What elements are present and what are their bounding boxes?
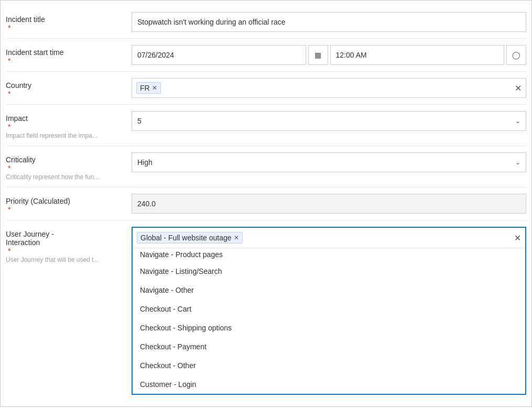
time-input[interactable] [330,45,505,65]
user-journey-input-col: Global - Full website outage ✕ ✕ Navigat… [132,227,526,395]
user-journey-sub-label: User Journey that will be used t... [6,256,121,263]
option-label: Checkout - Shipping options [140,324,232,332]
criticality-sub-label: Criticality represent how the fun... [6,173,121,181]
list-item[interactable]: Navigate - Product pages [133,248,525,262]
impact-input-col: 5 ⌄ [132,111,526,131]
calendar-icon-button[interactable]: ▦ [308,45,328,65]
criticality-row: Criticality * Criticality represent how … [6,146,526,187]
incident-title-input-col [132,12,526,32]
clock-icon: ◯ [512,51,520,59]
priority-input-col [132,194,526,214]
user-journey-tag-row: Global - Full website outage ✕ ✕ [133,228,525,248]
option-label: Checkout - Other [140,361,196,370]
list-item[interactable]: Checkout - Shipping options [133,318,525,337]
impact-label: Impact [6,114,126,123]
country-label: Country [6,81,126,90]
criticality-select-value: High [137,158,515,167]
option-label: Customer - Login [140,380,196,389]
user-journey-row: User Journey -Interaction * User Journey… [6,220,526,401]
list-item[interactable]: Checkout - Payment [133,337,525,356]
user-journey-container: Global - Full website outage ✕ ✕ Navigat… [132,227,526,395]
criticality-label: Criticality [6,156,126,164]
list-item[interactable]: Checkout - Other [133,356,525,375]
user-journey-search-input[interactable] [245,234,512,242]
impact-required: * [8,123,10,131]
user-journey-tag: Global - Full website outage ✕ [137,232,243,244]
incident-start-time-required: * [8,57,10,65]
country-tag-fr: FR ✕ [136,82,161,94]
priority-required: * [8,205,10,214]
date-input[interactable] [132,45,306,65]
user-journey-clear-all[interactable]: ✕ [514,233,521,243]
incident-title-required: * [8,24,10,32]
country-tag-value: FR [140,84,150,92]
incident-start-time-input-col: ▦ ◯ [132,45,526,65]
incident-start-time-label: Incident start time [6,48,126,57]
country-input-col: FR ✕ ✕ [132,78,526,98]
country-tag-remove[interactable]: ✕ [152,85,157,91]
user-journey-label-col: User Journey -Interaction * User Journey… [6,227,132,263]
priority-label-col: Priority (Calculated) * [6,194,132,214]
country-tag-input[interactable]: FR ✕ ✕ [132,78,526,98]
datetime-row: ▦ ◯ [132,45,526,65]
criticality-required: * [8,164,10,172]
impact-sub-label: Impact field represent the impa... [6,132,121,139]
clock-icon-button[interactable]: ◯ [506,45,526,65]
option-label: Checkout - Cart [140,305,191,313]
list-item[interactable]: Navigate - Listing/Search [133,262,525,281]
country-row: Country * FR ✕ ✕ [6,72,526,105]
user-journey-tag-remove[interactable]: ✕ [234,234,239,241]
impact-chevron-icon: ⌄ [515,117,520,125]
option-label: Navigate - Other [140,286,194,294]
incident-title-row: Incident title * [6,6,526,39]
criticality-chevron-icon: ⌄ [515,159,520,166]
incident-title-input[interactable] [132,12,526,32]
criticality-input-col: High ⌄ [132,152,526,172]
list-item[interactable]: Customer - Login [133,375,525,394]
user-journey-label: User Journey -Interaction [6,230,126,247]
option-label: Navigate - Product pages [140,250,223,259]
priority-row: Priority (Calculated) * [6,187,526,220]
impact-select-value: 5 [137,117,515,125]
option-label: Navigate - Listing/Search [140,267,222,275]
impact-select[interactable]: 5 ⌄ [132,111,526,131]
criticality-select[interactable]: High ⌄ [132,152,526,172]
user-journey-tag-value: Global - Full website outage [140,234,232,242]
user-journey-dropdown: Navigate - Product pages Navigate - List… [133,248,525,394]
country-label-col: Country * [6,78,132,98]
incident-start-time-label-col: Incident start time * [6,45,132,65]
priority-label: Priority (Calculated) [6,197,126,205]
calendar-icon: ▦ [314,51,321,59]
user-journey-required: * [8,247,10,255]
impact-row: Impact * Impact field represent the impa… [6,105,526,146]
country-clear-all[interactable]: ✕ [515,83,522,93]
incident-title-label: Incident title [6,15,126,24]
incident-start-time-row: Incident start time * ▦ ◯ [6,39,526,72]
list-item[interactable]: Checkout - Cart [133,300,525,318]
criticality-label-col: Criticality * Criticality represent how … [6,152,132,181]
priority-input [132,194,526,214]
incident-title-label-col: Incident title * [6,12,132,32]
list-item[interactable]: Navigate - Other [133,281,525,300]
form-container: Incident title * Incident start time * ▦… [0,0,532,407]
country-required: * [8,90,10,98]
impact-label-col: Impact * Impact field represent the impa… [6,111,132,139]
option-label: Checkout - Payment [140,342,207,351]
